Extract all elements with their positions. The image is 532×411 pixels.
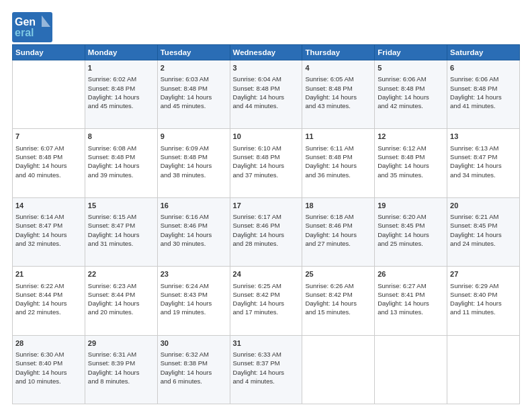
day-number: 27 xyxy=(450,269,517,279)
calendar-week-row: 7Sunrise: 6:07 AMSunset: 8:48 PMDaylight… xyxy=(13,129,520,197)
day-info: Sunset: 8:37 PM xyxy=(233,359,300,367)
day-number: 10 xyxy=(233,132,300,142)
header-day: Sunday xyxy=(13,45,85,60)
day-info: Sunrise: 6:10 AM xyxy=(233,144,300,152)
day-info: Sunset: 8:40 PM xyxy=(450,290,517,299)
calendar-cell: 10Sunrise: 6:10 AMSunset: 8:48 PMDayligh… xyxy=(230,129,302,197)
day-info: Sunset: 8:48 PM xyxy=(161,152,227,161)
day-info: and 27 minutes. xyxy=(305,239,371,248)
calendar-cell xyxy=(447,335,520,404)
day-info: Sunrise: 6:05 AM xyxy=(305,75,371,83)
calendar-cell xyxy=(302,335,375,404)
day-number: 12 xyxy=(378,132,444,142)
calendar-cell: 19Sunrise: 6:20 AMSunset: 8:45 PMDayligh… xyxy=(375,197,447,266)
day-info: Daylight: 14 hours xyxy=(161,161,227,170)
header: General xyxy=(12,12,520,38)
day-info: and 42 minutes. xyxy=(378,101,444,110)
calendar-cell: 8Sunrise: 6:08 AMSunset: 8:48 PMDaylight… xyxy=(85,129,157,197)
calendar-cell: 23Sunrise: 6:24 AMSunset: 8:43 PMDayligh… xyxy=(157,267,230,335)
day-info: and 31 minutes. xyxy=(88,239,154,248)
day-number: 28 xyxy=(15,338,82,349)
day-info: Sunrise: 6:08 AM xyxy=(88,144,154,152)
day-info: Sunrise: 6:16 AM xyxy=(161,212,227,221)
calendar-cell: 26Sunrise: 6:27 AMSunset: 8:41 PMDayligh… xyxy=(375,267,447,335)
day-info: Daylight: 14 hours xyxy=(378,161,444,170)
logo: General xyxy=(12,12,47,38)
day-number: 2 xyxy=(161,63,227,73)
day-info: Daylight: 14 hours xyxy=(161,93,227,101)
header-row: SundayMondayTuesdayWednesdayThursdayFrid… xyxy=(13,45,520,60)
day-info: and 17 minutes. xyxy=(233,308,300,316)
calendar-cell: 22Sunrise: 6:23 AMSunset: 8:44 PMDayligh… xyxy=(85,267,157,335)
day-info: Sunset: 8:39 PM xyxy=(88,359,154,367)
day-info: Sunset: 8:48 PM xyxy=(378,152,444,161)
day-info: and 34 minutes. xyxy=(450,171,517,179)
calendar-cell: 27Sunrise: 6:29 AMSunset: 8:40 PMDayligh… xyxy=(447,267,520,335)
calendar-cell: 16Sunrise: 6:16 AMSunset: 8:46 PMDayligh… xyxy=(157,197,230,266)
day-info: Daylight: 14 hours xyxy=(450,161,517,170)
day-info: Sunset: 8:48 PM xyxy=(161,84,227,93)
day-info: Daylight: 14 hours xyxy=(305,93,371,101)
day-info: and 43 minutes. xyxy=(305,101,371,110)
day-info: Daylight: 14 hours xyxy=(233,93,300,101)
day-info: Sunset: 8:48 PM xyxy=(305,152,371,161)
day-info: Sunset: 8:46 PM xyxy=(161,221,227,230)
day-info: Daylight: 14 hours xyxy=(161,230,227,239)
day-info: Sunset: 8:42 PM xyxy=(305,290,371,299)
day-info: Sunrise: 6:29 AM xyxy=(450,281,517,290)
day-info: and 37 minutes. xyxy=(233,171,300,179)
day-info: and 6 minutes. xyxy=(161,377,227,385)
day-number: 5 xyxy=(378,63,444,73)
day-info: Daylight: 14 hours xyxy=(305,230,371,239)
day-info: Daylight: 14 hours xyxy=(233,161,300,170)
day-number: 13 xyxy=(450,132,517,142)
calendar-cell: 14Sunrise: 6:14 AMSunset: 8:47 PMDayligh… xyxy=(13,197,85,266)
day-number: 19 xyxy=(378,201,444,211)
day-info: Daylight: 14 hours xyxy=(15,299,82,308)
day-info: Sunrise: 6:06 AM xyxy=(378,75,444,83)
day-info: Sunset: 8:45 PM xyxy=(378,221,444,230)
day-info: Daylight: 14 hours xyxy=(88,230,154,239)
svg-text:Gen: Gen xyxy=(15,16,36,28)
day-info: Sunrise: 6:07 AM xyxy=(15,144,82,152)
day-info: Sunset: 8:47 PM xyxy=(450,152,517,161)
day-number: 11 xyxy=(305,132,371,142)
calendar-cell: 3Sunrise: 6:04 AMSunset: 8:48 PMDaylight… xyxy=(230,60,302,129)
calendar-cell: 28Sunrise: 6:30 AMSunset: 8:40 PMDayligh… xyxy=(13,335,85,404)
header-day: Monday xyxy=(85,45,157,60)
day-info: Sunrise: 6:12 AM xyxy=(378,144,444,152)
day-info: and 35 minutes. xyxy=(378,171,444,179)
day-info: Daylight: 14 hours xyxy=(378,93,444,101)
day-number: 7 xyxy=(15,132,82,142)
day-info: Sunrise: 6:03 AM xyxy=(161,75,227,83)
day-info: and 44 minutes. xyxy=(233,101,300,110)
day-number: 31 xyxy=(233,338,300,349)
svg-text:eral: eral xyxy=(15,27,34,38)
day-info: and 13 minutes. xyxy=(378,308,444,316)
calendar-cell: 18Sunrise: 6:18 AMSunset: 8:46 PMDayligh… xyxy=(302,197,375,266)
calendar-week-row: 1Sunrise: 6:02 AMSunset: 8:48 PMDaylight… xyxy=(13,60,520,129)
header-day: Wednesday xyxy=(230,45,302,60)
calendar-cell: 24Sunrise: 6:25 AMSunset: 8:42 PMDayligh… xyxy=(230,267,302,335)
day-info: Sunrise: 6:04 AM xyxy=(233,75,300,83)
day-info: and 11 minutes. xyxy=(450,308,517,316)
day-info: and 32 minutes. xyxy=(15,239,82,248)
day-info: Sunset: 8:42 PM xyxy=(233,290,300,299)
day-number: 3 xyxy=(233,63,300,73)
calendar-table: SundayMondayTuesdayWednesdayThursdayFrid… xyxy=(12,44,520,404)
calendar-cell: 20Sunrise: 6:21 AMSunset: 8:45 PMDayligh… xyxy=(447,197,520,266)
day-info: and 36 minutes. xyxy=(305,171,371,179)
calendar-cell: 30Sunrise: 6:32 AMSunset: 8:38 PMDayligh… xyxy=(157,335,230,404)
day-info: Sunset: 8:48 PM xyxy=(88,152,154,161)
day-info: Sunset: 8:48 PM xyxy=(378,84,444,93)
day-info: Sunrise: 6:25 AM xyxy=(233,281,300,290)
day-info: Sunrise: 6:15 AM xyxy=(88,212,154,221)
day-info: and 8 minutes. xyxy=(88,377,154,385)
day-info: Sunrise: 6:33 AM xyxy=(233,350,300,359)
day-number: 18 xyxy=(305,201,371,211)
day-info: Sunset: 8:48 PM xyxy=(15,152,82,161)
day-info: Sunrise: 6:31 AM xyxy=(88,350,154,359)
day-info: Daylight: 14 hours xyxy=(88,299,154,308)
day-info: Sunrise: 6:24 AM xyxy=(161,281,227,290)
calendar-cell: 11Sunrise: 6:11 AMSunset: 8:48 PMDayligh… xyxy=(302,129,375,197)
